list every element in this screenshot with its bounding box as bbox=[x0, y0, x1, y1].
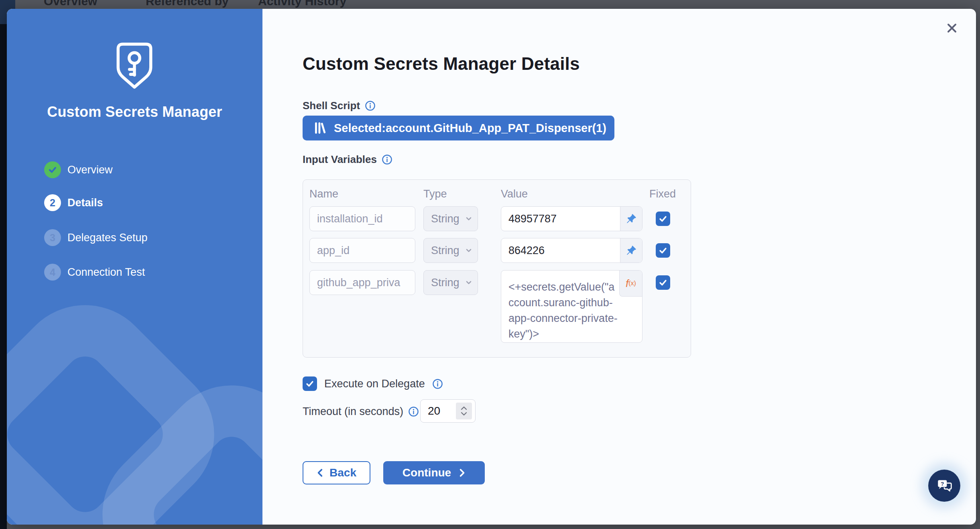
chevron-down-icon bbox=[465, 215, 473, 223]
variable-name-input[interactable]: app_id bbox=[309, 238, 415, 263]
dialog-title: Custom Secrets Manager Details bbox=[303, 54, 580, 74]
column-header-fixed: Fixed bbox=[649, 188, 676, 200]
chevron-left-icon bbox=[317, 468, 324, 478]
chevron-down-icon bbox=[465, 246, 473, 254]
execute-on-delegate-checkbox[interactable] bbox=[303, 376, 317, 391]
back-button[interactable]: Back bbox=[303, 461, 370, 484]
fixed-checkbox[interactable] bbox=[656, 212, 670, 226]
app-background: Overview Referenced by Activity History bbox=[0, 0, 980, 529]
continue-button[interactable]: Continue bbox=[383, 461, 485, 484]
back-button-label: Back bbox=[329, 466, 356, 479]
timeout-value: 20 bbox=[428, 405, 440, 417]
expression-fx-icon[interactable]: f(x) bbox=[619, 271, 642, 297]
variable-value: 864226 bbox=[501, 244, 620, 257]
timeout-input[interactable]: 20 bbox=[420, 399, 476, 423]
tab-activity-history[interactable]: Activity History bbox=[258, 0, 346, 8]
help-chat-button[interactable]: ? bbox=[928, 470, 960, 502]
timeout-label-row: Timeout (in seconds) bbox=[303, 405, 419, 418]
column-header-value: Value bbox=[501, 188, 528, 200]
table-row: app_id String 864226 bbox=[309, 238, 684, 263]
tab-referenced-by[interactable]: Referenced by bbox=[146, 0, 229, 8]
variable-name: app_id bbox=[317, 244, 350, 257]
shell-script-selected-button[interactable]: Selected:account.GitHub_App_PAT_Dispense… bbox=[303, 116, 614, 140]
chevron-down-icon bbox=[465, 279, 473, 287]
fixed-checkbox[interactable] bbox=[656, 243, 670, 258]
input-variables-label: Input Variables bbox=[303, 153, 377, 166]
page-tabs-bar: Overview Referenced by Activity History bbox=[0, 0, 980, 9]
variable-type: String bbox=[431, 277, 460, 289]
variable-value-input[interactable]: 864226 bbox=[501, 238, 642, 263]
chevron-right-icon bbox=[458, 468, 466, 478]
pin-icon[interactable] bbox=[620, 207, 642, 231]
execute-on-delegate-label: Execute on Delegate bbox=[324, 378, 425, 390]
variable-name: github_app_priva bbox=[317, 277, 400, 289]
number-stepper[interactable] bbox=[456, 403, 472, 419]
info-icon[interactable] bbox=[432, 378, 443, 389]
execute-on-delegate-row: Execute on Delegate bbox=[303, 376, 443, 391]
variable-type-select[interactable]: String bbox=[423, 238, 478, 263]
svg-text:?: ? bbox=[941, 481, 944, 487]
close-icon[interactable] bbox=[944, 20, 960, 37]
tab-overview[interactable]: Overview bbox=[44, 0, 97, 8]
column-header-name: Name bbox=[309, 188, 338, 200]
pin-icon[interactable] bbox=[620, 238, 642, 262]
column-header-type: Type bbox=[423, 188, 447, 200]
table-row: github_app_priva String <+secrets.getVal… bbox=[309, 270, 684, 295]
shell-script-selection: Selected:account.GitHub_App_PAT_Dispense… bbox=[334, 122, 606, 135]
variable-name-input[interactable]: github_app_priva bbox=[309, 270, 415, 295]
variable-name: installation_id bbox=[317, 213, 383, 225]
info-icon[interactable] bbox=[382, 154, 392, 165]
chat-question-icon: ? bbox=[936, 477, 953, 494]
variable-value-expression-input[interactable]: <+secrets.getValue("account.suranc-githu… bbox=[501, 270, 642, 343]
input-variables-panel: Name Type Value Fixed installation_id St… bbox=[303, 179, 691, 358]
dialog-content: Custom Secrets Manager Details Shell Scr… bbox=[7, 9, 976, 525]
variable-name-input[interactable]: installation_id bbox=[309, 206, 415, 231]
variable-type: String bbox=[431, 244, 460, 257]
info-icon[interactable] bbox=[408, 406, 419, 417]
template-library-icon bbox=[313, 121, 327, 135]
custom-secrets-manager-dialog: Custom Secrets Manager Overview 2 Detail… bbox=[7, 9, 976, 525]
shell-script-label: Shell Script bbox=[303, 100, 360, 112]
left-nav-strip bbox=[0, 24, 7, 529]
variable-value: 48957787 bbox=[501, 213, 620, 225]
variable-type-select[interactable]: String bbox=[423, 270, 478, 295]
variable-type-select[interactable]: String bbox=[423, 206, 478, 231]
timeout-label: Timeout (in seconds) bbox=[303, 405, 403, 418]
fixed-checkbox[interactable] bbox=[656, 275, 670, 290]
continue-button-label: Continue bbox=[403, 466, 451, 479]
variable-value-input[interactable]: 48957787 bbox=[501, 206, 642, 231]
info-icon[interactable] bbox=[365, 100, 376, 111]
table-row: installation_id String 48957787 bbox=[309, 206, 684, 231]
variable-type: String bbox=[431, 213, 460, 225]
